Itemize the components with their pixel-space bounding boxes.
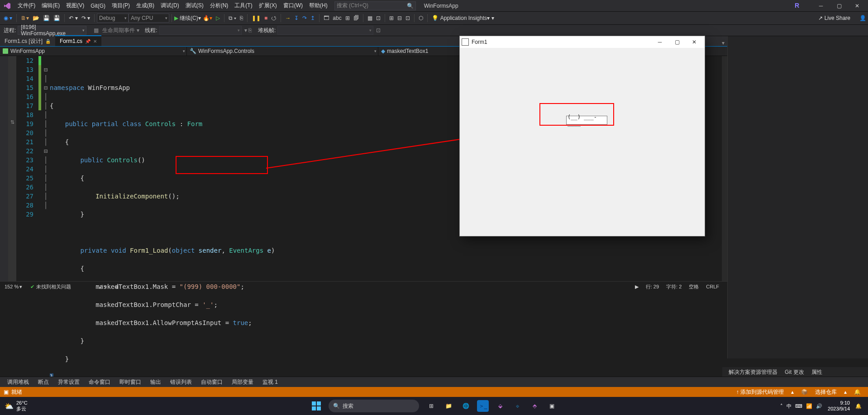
taskbar-clock[interactable]: 9:10 2023/9/14 (828, 400, 850, 412)
tool4-icon[interactable]: 🗐 (352, 15, 361, 21)
tool7-icon[interactable]: ⊞ (387, 15, 396, 21)
tab-solution-explorer[interactable]: 解决方案资源管理器 (729, 368, 777, 376)
start-button[interactable] (310, 400, 322, 412)
menu-test[interactable]: 测试(S) (182, 2, 207, 9)
running-form-window[interactable]: Form1 ─ ▢ ✕ (__) ___-____ (459, 36, 705, 236)
menu-help[interactable]: 帮助(H) (306, 2, 331, 9)
continue-button[interactable]: ▶继续(C) ▾ (174, 14, 201, 22)
tray-input-icon[interactable]: ⌨ (795, 403, 802, 409)
powershell-icon[interactable]: ＞_ (477, 400, 489, 412)
tab-form-designer[interactable]: Form1.cs [设计] 🔒 (0, 36, 55, 46)
menu-extensions[interactable]: 扩展(X) (256, 2, 280, 9)
tool-immediate[interactable]: 即时窗口 (119, 378, 141, 386)
menu-file[interactable]: 文件(F) (14, 2, 38, 9)
source-control-button[interactable]: ↑ 添加到源代码管理 (736, 388, 784, 396)
tool-error-list[interactable]: 错误列表 (170, 378, 192, 386)
menu-project[interactable]: 项目(P) (109, 2, 133, 9)
nav-back-icon[interactable]: ◉ ▾ (2, 15, 14, 21)
window-maximize[interactable]: ▢ (830, 0, 848, 11)
stack-combo[interactable] (277, 26, 373, 35)
tool-locals[interactable]: 局部变量 (232, 378, 253, 386)
tool5-icon[interactable]: ▦ (366, 15, 374, 21)
step-into-icon[interactable]: ↧ (292, 15, 300, 21)
window-minimize[interactable]: ─ (812, 0, 830, 11)
explorer-icon[interactable]: 📁 (443, 400, 454, 412)
resharper-icon[interactable]: R (795, 2, 803, 10)
pause-icon[interactable]: ❚❚ (250, 15, 262, 21)
vs-installer-icon[interactable]: ⬙ (494, 400, 506, 412)
undo-icon[interactable]: ↶ ▾ (67, 15, 79, 21)
platform-combo[interactable]: Any CPU (129, 14, 169, 23)
account-icon[interactable]: 👤 (859, 15, 866, 21)
tool3-icon[interactable]: ⊞ (343, 15, 352, 21)
tool8-icon[interactable]: ⊟ (396, 15, 404, 21)
tool-command-window[interactable]: 命令窗口 (89, 378, 110, 386)
form-maximize[interactable]: ▢ (668, 37, 686, 47)
menu-build[interactable]: 生成(B) (133, 2, 157, 9)
tool-watch[interactable]: 监视 1 (262, 378, 278, 386)
process-combo[interactable]: [8196] WinFormsApp.exe (18, 26, 86, 35)
quick-search[interactable]: 搜索 (Ctrl+Q) 🔍 (334, 1, 416, 10)
menu-tools[interactable]: 工具(T) (231, 2, 255, 9)
liveshare-icon[interactable]: ↗ (818, 15, 823, 21)
tool-breakpoints[interactable]: 断点 (38, 378, 49, 386)
redo-icon[interactable]: ↷ ▾ (80, 15, 91, 21)
tool-callstack[interactable]: 调用堆栈 (7, 378, 29, 386)
save-all-icon[interactable]: 💾 (52, 15, 62, 21)
masked-textbox[interactable]: (__) ___-____ (566, 116, 607, 125)
form-minimize[interactable]: ─ (651, 37, 668, 47)
tool-icon[interactable]: 🗔 (322, 15, 331, 21)
app-insights-label[interactable]: Application Insights (440, 15, 487, 21)
tab-close-icon[interactable]: ✕ (93, 39, 97, 44)
app-icon[interactable]: ▣ (546, 400, 558, 412)
tab-form-code[interactable]: Form1.cs 📌 ✕ (55, 35, 101, 46)
threads-icon[interactable]: ⎘ (238, 15, 245, 21)
menu-window[interactable]: 窗口(W) (280, 2, 306, 9)
editor-vscrollbar[interactable] (722, 56, 727, 281)
tool9-icon[interactable]: ⊡ (404, 15, 412, 21)
zoom-level[interactable]: 152 % (5, 284, 19, 289)
glyph-margin[interactable]: ⇅ (8, 56, 16, 281)
tool2-icon[interactable]: abc (331, 15, 343, 21)
task-view-icon[interactable]: ⊞ (425, 400, 437, 412)
tool-exception-settings[interactable]: 异常设置 (58, 378, 80, 386)
menu-debug[interactable]: 调试(D) (157, 2, 182, 9)
form-titlebar[interactable]: Form1 ─ ▢ ✕ (460, 36, 705, 48)
menu-view[interactable]: 视图(V) (63, 2, 87, 9)
no-debug-icon[interactable]: ▷ (215, 15, 221, 21)
swap-icon[interactable]: ⇅ (8, 119, 16, 125)
thread-combo[interactable] (159, 26, 242, 35)
show-next-icon[interactable]: → (283, 15, 292, 21)
menu-analyze[interactable]: 分析(N) (207, 2, 232, 9)
tray-volume-icon[interactable]: 🔊 (816, 403, 822, 409)
notifications-icon[interactable]: 🔔 (855, 403, 862, 409)
vscode-icon[interactable]: ⟐ (511, 400, 523, 412)
tray-chevron-icon[interactable]: ˄ (780, 403, 783, 409)
liveshare-label[interactable]: Live Share (825, 15, 850, 21)
tool-autos[interactable]: 自动窗口 (201, 378, 223, 386)
config-combo[interactable]: Debug (97, 14, 129, 23)
system-tray[interactable]: ˄ 中 ⌨ 📶 🔊 9:10 2023/9/14 🔔 (778, 400, 863, 412)
tool10-icon[interactable]: ⬡ (417, 15, 425, 21)
step-out-icon[interactable]: ↥ (309, 15, 317, 21)
window-close[interactable]: ✕ (848, 0, 866, 11)
tool-output[interactable]: 输出 (150, 378, 161, 386)
tray-wifi-icon[interactable]: 📶 (806, 403, 812, 409)
vs-icon[interactable]: ⬘ (529, 400, 540, 412)
save-icon[interactable]: 💾 (42, 15, 51, 21)
fold-column[interactable]: ⊟│⊟││││││⊟││││││ (42, 56, 50, 281)
taskbar-search[interactable]: 🔍 搜索 (329, 400, 419, 412)
tab-overflow-icon[interactable]: ▾ (719, 40, 727, 46)
edge-icon[interactable]: 🌐 (460, 400, 472, 412)
restart-icon[interactable]: ⭯ (269, 15, 278, 21)
stack-icon[interactable]: ⧉ ▾ (227, 15, 238, 21)
stop-icon[interactable]: ■ (262, 15, 269, 21)
bell-icon[interactable]: 🔔 (854, 389, 861, 395)
tool6-icon[interactable]: ⊡ (374, 15, 382, 21)
tab-pin-icon[interactable]: 📌 (85, 39, 91, 44)
step-over-icon[interactable]: ↷ (300, 15, 309, 21)
tab-properties[interactable]: 属性 (811, 368, 822, 376)
navbar-project[interactable]: WinFormsApp (0, 47, 187, 56)
windows-taskbar[interactable]: ⛅ 26°C 多云 🔍 搜索 ⊞ 📁 🌐 ＞_ ⬙ ⟐ ⬘ ▣ ˄ 中 ⌨ 📶 … (0, 397, 868, 415)
open-icon[interactable]: 📂 (31, 15, 41, 21)
